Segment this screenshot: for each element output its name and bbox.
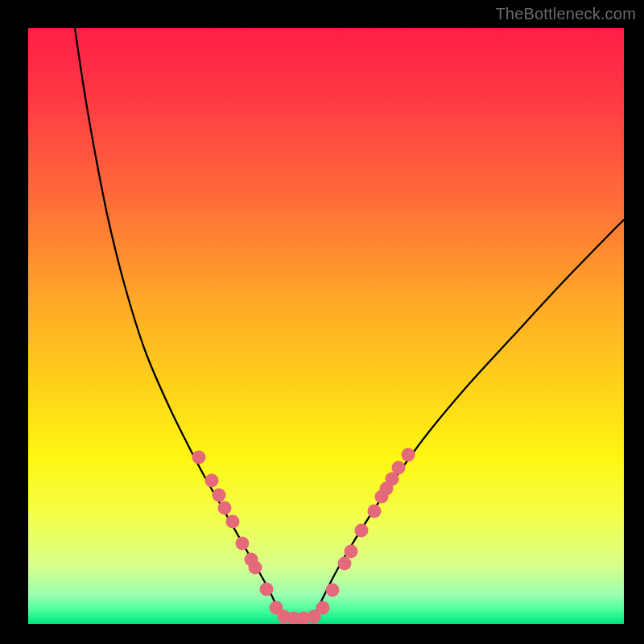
data-point <box>260 583 274 597</box>
plot-area <box>28 28 624 624</box>
data-point <box>338 557 352 571</box>
watermark-text: TheBottleneck.com <box>495 5 636 23</box>
data-point <box>355 524 369 538</box>
data-point <box>316 601 330 615</box>
data-point <box>392 461 406 475</box>
data-point <box>192 451 206 464</box>
data-point <box>205 474 219 488</box>
chart-stage: TheBottleneck.com <box>0 0 644 644</box>
data-point <box>326 584 340 597</box>
data-point <box>249 561 262 575</box>
data-point <box>345 545 358 559</box>
data-point <box>226 515 240 529</box>
data-point <box>213 489 226 502</box>
data-point <box>402 448 415 462</box>
data-point <box>236 537 250 551</box>
plot-svg <box>28 28 624 624</box>
data-point <box>368 505 382 518</box>
gradient-background <box>28 28 624 624</box>
data-point <box>218 502 232 515</box>
